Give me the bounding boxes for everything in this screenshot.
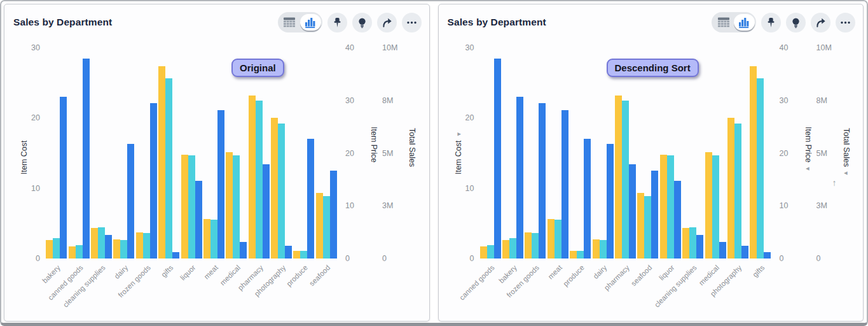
x-axis-category-label: bakery	[497, 264, 518, 285]
more-options-button[interactable]	[402, 13, 422, 32]
bar-total-sales[interactable]	[256, 101, 263, 259]
bar-item-cost[interactable]	[307, 139, 314, 259]
bar-total-sales[interactable]	[689, 227, 696, 259]
more-options-button[interactable]	[836, 13, 855, 32]
pin-button[interactable]	[327, 13, 347, 32]
bar-item-price[interactable]	[705, 152, 712, 259]
bar-item-cost[interactable]	[674, 181, 681, 259]
bar-item-price[interactable]	[637, 193, 644, 259]
bar-total-sales[interactable]	[555, 220, 561, 259]
bar-item-cost[interactable]	[240, 242, 247, 259]
bar-item-price[interactable]	[727, 118, 734, 259]
chart-view-button[interactable]	[734, 14, 755, 31]
bar-item-price[interactable]	[615, 96, 622, 259]
bar-item-cost[interactable]	[561, 110, 568, 259]
bar-item-cost[interactable]	[651, 171, 658, 259]
bar-item-price[interactable]	[158, 66, 165, 259]
bar-chart-icon	[305, 17, 317, 28]
axis-tick: 0	[382, 253, 387, 264]
bar-item-cost[interactable]	[696, 235, 703, 259]
bar-item-cost[interactable]	[105, 235, 112, 259]
bar-total-sales[interactable]	[278, 124, 285, 259]
bar-total-sales[interactable]	[53, 238, 60, 259]
bar-total-sales[interactable]	[532, 233, 539, 259]
bar-item-price[interactable]	[480, 246, 487, 259]
bar-item-price[interactable]	[271, 118, 278, 259]
bar-item-cost[interactable]	[764, 252, 771, 259]
bar-group	[659, 48, 682, 259]
insights-bulb-button[interactable]	[786, 13, 806, 32]
bar-item-cost[interactable]	[584, 139, 591, 259]
bar-item-price[interactable]	[660, 155, 667, 259]
bar-item-price[interactable]	[91, 228, 98, 259]
bar-total-sales[interactable]	[98, 227, 105, 259]
pin-button[interactable]	[761, 13, 781, 32]
axis-tick: 0	[439, 253, 474, 264]
bar-total-sales[interactable]	[120, 240, 127, 259]
bar-total-sales[interactable]	[323, 196, 330, 259]
share-button[interactable]	[811, 13, 830, 32]
bar-item-price[interactable]	[113, 239, 120, 259]
bar-item-price[interactable]	[502, 240, 509, 259]
share-button[interactable]	[377, 13, 397, 32]
bar-item-cost[interactable]	[172, 252, 179, 259]
bar-item-cost[interactable]	[741, 246, 748, 259]
bar-item-cost[interactable]	[195, 181, 202, 259]
table-view-button[interactable]	[713, 14, 734, 31]
bar-item-cost[interactable]	[60, 97, 67, 259]
bar-total-sales[interactable]	[509, 238, 516, 259]
x-axis-category-label: gifts	[751, 264, 766, 278]
bar-item-cost[interactable]	[494, 59, 501, 259]
bar-item-price[interactable]	[46, 240, 53, 259]
bar-total-sales[interactable]	[165, 78, 172, 259]
bar-item-cost[interactable]	[263, 164, 270, 259]
bar-total-sales[interactable]	[300, 251, 307, 259]
bar-item-cost[interactable]	[127, 144, 134, 259]
bar-item-price[interactable]	[226, 152, 233, 259]
axis-tick: 40	[345, 43, 354, 53]
bar-item-price[interactable]	[69, 246, 76, 259]
bar-total-sales[interactable]	[577, 251, 584, 259]
table-view-button[interactable]	[279, 14, 300, 31]
bar-item-cost[interactable]	[150, 103, 157, 259]
bar-group	[67, 48, 90, 259]
chart-view-button[interactable]	[300, 14, 321, 31]
insights-bulb-button[interactable]	[352, 13, 372, 32]
bar-item-cost[interactable]	[285, 246, 292, 259]
bar-item-price[interactable]	[293, 251, 300, 259]
bar-total-sales[interactable]	[667, 155, 674, 259]
bar-total-sales[interactable]	[233, 155, 240, 259]
bar-item-price[interactable]	[136, 232, 143, 259]
bar-item-price[interactable]	[593, 239, 600, 259]
bar-total-sales[interactable]	[622, 101, 629, 259]
bar-item-price[interactable]	[750, 66, 757, 259]
bar-item-price[interactable]	[316, 193, 323, 259]
bar-item-cost[interactable]	[629, 164, 636, 259]
x-axis-labels: canned goodsbakeryfrozen goodsmeatproduc…	[479, 259, 772, 322]
bar-item-price[interactable]	[548, 219, 555, 259]
bar-total-sales[interactable]	[188, 155, 195, 259]
sort-arrow-icon: ▾	[804, 167, 812, 171]
bar-total-sales[interactable]	[644, 196, 651, 259]
bar-total-sales[interactable]	[757, 78, 764, 259]
bar-total-sales[interactable]	[76, 245, 83, 259]
bar-total-sales[interactable]	[600, 240, 607, 259]
bar-item-price[interactable]	[249, 96, 256, 259]
bar-item-cost[interactable]	[330, 171, 337, 259]
bar-item-price[interactable]	[682, 228, 689, 259]
bar-item-price[interactable]	[525, 232, 532, 259]
bar-item-price[interactable]	[181, 155, 188, 259]
bar-item-cost[interactable]	[83, 59, 90, 259]
bar-total-sales[interactable]	[143, 233, 150, 259]
bar-item-price[interactable]	[570, 251, 577, 259]
bar-item-cost[interactable]	[516, 97, 523, 259]
bar-item-cost[interactable]	[217, 110, 224, 259]
bar-item-cost[interactable]	[719, 242, 726, 259]
bar-item-price[interactable]	[203, 219, 210, 259]
bar-total-sales[interactable]	[712, 155, 719, 259]
bar-total-sales[interactable]	[487, 245, 494, 259]
bar-item-cost[interactable]	[539, 103, 546, 259]
bar-total-sales[interactable]	[734, 124, 741, 259]
bar-total-sales[interactable]	[210, 220, 217, 259]
bar-item-cost[interactable]	[607, 144, 614, 259]
